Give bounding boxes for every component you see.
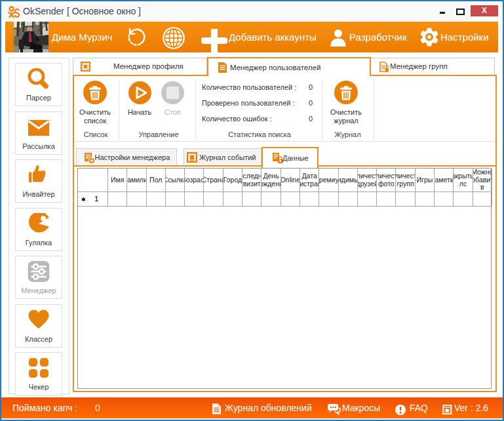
svg-text:S: S: [14, 6, 20, 18]
